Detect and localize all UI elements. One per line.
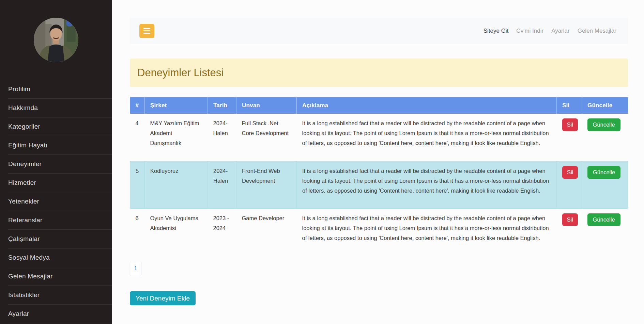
cell-update: Güncelle	[582, 114, 628, 161]
navbar-link-cv-indir[interactable]: Cv'mi İndir	[516, 28, 543, 34]
sidebar-item-sosyal-medya[interactable]: Sosyal Medya	[8, 248, 112, 267]
sidebar-item-deneyimler[interactable]: Deneyimler	[8, 155, 112, 174]
cell-delete: Sil	[557, 161, 582, 208]
main-content: Siteye Git Cv'mi İndir Ayarlar Gelen Mes…	[112, 0, 644, 324]
header-title: Unvan	[236, 97, 297, 114]
cell-description: It is a long established fact that a rea…	[297, 161, 557, 208]
update-button[interactable]: Güncelle	[587, 118, 620, 131]
table-header: # Şirket Tarih Unvan Açıklama Sil Güncel…	[130, 97, 628, 114]
sidebar-item-hakkimda[interactable]: Hakkımda	[8, 99, 112, 117]
pagination-page-1[interactable]: 1	[130, 262, 141, 275]
navbar-link-ayarlar[interactable]: Ayarlar	[551, 28, 570, 34]
header-date: Tarih	[208, 97, 236, 114]
sidebar-item-hizmetler[interactable]: Hizmetler	[8, 174, 112, 192]
cell-delete: Sil	[557, 208, 582, 256]
cell-title: Game Developer	[236, 208, 297, 256]
sidebar-item-gelen-mesajlar[interactable]: Gelen Mesajlar	[8, 267, 112, 286]
delete-button[interactable]: Sil	[562, 166, 578, 179]
cell-title: Front-End Web Development	[236, 161, 297, 208]
header-company: Şirket	[145, 97, 208, 114]
update-button[interactable]: Güncelle	[587, 213, 620, 226]
cell-description: It is a long established fact that a rea…	[297, 114, 557, 161]
navbar-link-siteye-git[interactable]: Siteye Git	[484, 28, 509, 34]
cell-date: 2024-Halen	[208, 114, 236, 161]
cell-title: Full Stack .Net Core Development	[236, 114, 297, 161]
header-update: Güncelle	[582, 97, 628, 114]
avatar-wrap	[0, 0, 112, 62]
cell-company: Oyun Ve Uygulama Akademisi	[145, 208, 208, 256]
profile-avatar	[34, 18, 78, 62]
cell-date: 2024-Halen	[208, 161, 236, 208]
header-id: #	[130, 97, 145, 114]
sidebar-item-calismalar[interactable]: Çalışmalar	[8, 230, 112, 248]
hamburger-icon	[143, 28, 150, 29]
cell-company: Kodluyoruz	[145, 161, 208, 208]
delete-button[interactable]: Sil	[562, 118, 578, 131]
sidebar-item-ayarlar[interactable]: Ayarlar	[8, 305, 112, 323]
hamburger-menu-button[interactable]	[139, 24, 154, 38]
cell-date: 2023 - 2024	[208, 208, 236, 256]
page-title: Deneyimler Listesi	[137, 67, 224, 79]
sidebar-item-kategoriler[interactable]: Kategoriler	[8, 117, 112, 136]
add-experience-button[interactable]: Yeni Deneyim Ekle	[130, 291, 196, 305]
header-description: Açıklama	[297, 97, 557, 114]
sidebar-menu: Profilim Hakkımda Kategoriler Eğitim Hay…	[0, 80, 112, 323]
sidebar-item-referanslar[interactable]: Referanslar	[8, 211, 112, 230]
hamburger-icon	[143, 33, 150, 34]
cell-id: 6	[130, 208, 145, 256]
profile-photo	[34, 18, 78, 62]
cell-company: M&Y Yazılım Eğitim Akademi Danışmanlık	[145, 114, 208, 161]
sidebar-item-yetenekler[interactable]: Yetenekler	[8, 192, 112, 211]
navbar-links: Siteye Git Cv'mi İndir Ayarlar Gelen Mes…	[484, 28, 616, 34]
top-navbar: Siteye Git Cv'mi İndir Ayarlar Gelen Mes…	[130, 18, 628, 44]
cell-id: 4	[130, 114, 145, 161]
navbar-link-gelen-mesajlar[interactable]: Gelen Mesajlar	[578, 28, 616, 34]
table-row-highlighted: 5 Kodluyoruz 2024-Halen Front-End Web De…	[130, 161, 628, 208]
pagination: 1	[130, 262, 628, 275]
table-row: 4 M&Y Yazılım Eğitim Akademi Danışmanlık…	[130, 114, 628, 161]
update-button[interactable]: Güncelle	[587, 166, 620, 179]
sidebar: Profilim Hakkımda Kategoriler Eğitim Hay…	[0, 0, 112, 324]
cell-delete: Sil	[557, 114, 582, 161]
table-row: 6 Oyun Ve Uygulama Akademisi 2023 - 2024…	[130, 208, 628, 256]
sidebar-item-egitim-hayati[interactable]: Eğitim Hayatı	[8, 136, 112, 155]
cell-update: Güncelle	[582, 161, 628, 208]
cell-update: Güncelle	[582, 208, 628, 256]
delete-button[interactable]: Sil	[562, 213, 578, 226]
hamburger-icon	[143, 30, 150, 31]
experiences-table: # Şirket Tarih Unvan Açıklama Sil Güncel…	[130, 97, 628, 256]
sidebar-item-profilim[interactable]: Profilim	[8, 80, 112, 99]
header-delete: Sil	[557, 97, 582, 114]
page-title-panel: Deneyimler Listesi	[130, 59, 628, 87]
cell-description: It is a long established fact that a rea…	[297, 208, 557, 256]
cell-id: 5	[130, 161, 145, 208]
sidebar-item-istatistikler[interactable]: İstatistikler	[8, 286, 112, 305]
